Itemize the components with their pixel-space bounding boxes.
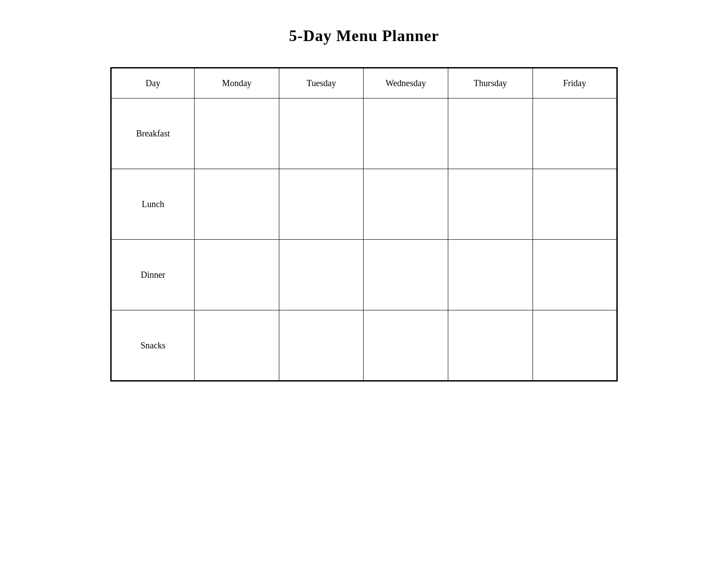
- meal-label-snacks: Snacks: [111, 310, 195, 381]
- meal-row: Breakfast: [111, 98, 617, 169]
- cell-lunch-monday[interactable]: [195, 169, 279, 240]
- cell-snacks-friday[interactable]: [533, 310, 617, 381]
- cell-snacks-tuesday[interactable]: [279, 310, 363, 381]
- meal-row: Lunch: [111, 169, 617, 240]
- cell-snacks-wednesday[interactable]: [364, 310, 448, 381]
- cell-dinner-friday[interactable]: [533, 240, 617, 310]
- header-thursday: Thursday: [448, 68, 533, 98]
- header-row: Day Monday Tuesday Wednesday Thursday Fr…: [111, 68, 617, 98]
- cell-breakfast-monday[interactable]: [195, 98, 279, 169]
- cell-lunch-tuesday[interactable]: [279, 169, 363, 240]
- meal-row: Dinner: [111, 240, 617, 310]
- cell-dinner-monday[interactable]: [195, 240, 279, 310]
- cell-dinner-thursday[interactable]: [448, 240, 533, 310]
- cell-breakfast-friday[interactable]: [533, 98, 617, 169]
- cell-lunch-friday[interactable]: [533, 169, 617, 240]
- meal-label-breakfast: Breakfast: [111, 98, 195, 169]
- cell-snacks-thursday[interactable]: [448, 310, 533, 381]
- cell-snacks-monday[interactable]: [195, 310, 279, 381]
- menu-planner-table: Day Monday Tuesday Wednesday Thursday Fr…: [110, 67, 618, 382]
- meal-label-dinner: Dinner: [111, 240, 195, 310]
- cell-lunch-wednesday[interactable]: [364, 169, 448, 240]
- header-wednesday: Wednesday: [364, 68, 448, 98]
- cell-breakfast-thursday[interactable]: [448, 98, 533, 169]
- header-friday: Friday: [533, 68, 617, 98]
- header-tuesday: Tuesday: [279, 68, 363, 98]
- cell-dinner-wednesday[interactable]: [364, 240, 448, 310]
- page-title: 5-Day Menu Planner: [289, 26, 439, 45]
- cell-breakfast-tuesday[interactable]: [279, 98, 363, 169]
- cell-breakfast-wednesday[interactable]: [364, 98, 448, 169]
- cell-dinner-tuesday[interactable]: [279, 240, 363, 310]
- meal-row: Snacks: [111, 310, 617, 381]
- meal-label-lunch: Lunch: [111, 169, 195, 240]
- cell-lunch-thursday[interactable]: [448, 169, 533, 240]
- header-day: Day: [111, 68, 195, 98]
- header-monday: Monday: [195, 68, 279, 98]
